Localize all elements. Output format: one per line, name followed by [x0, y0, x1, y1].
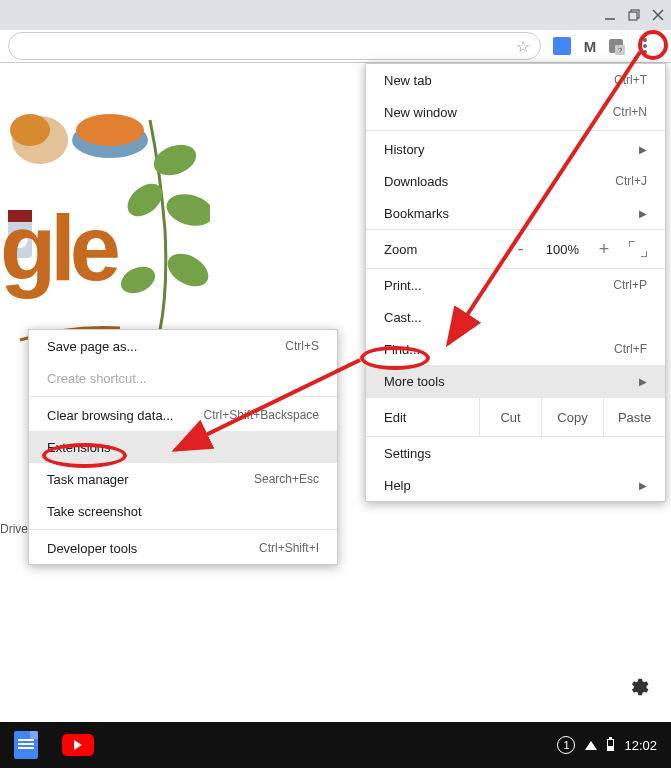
zoom-value: 100% [546, 242, 579, 257]
google-doodle[interactable]: gle [0, 80, 200, 320]
svg-point-19 [117, 262, 160, 299]
chrome-main-menu: New tab Ctrl+T New window Ctrl+N History… [365, 63, 666, 502]
svg-rect-2 [629, 12, 637, 20]
menu-newtab[interactable]: New tab Ctrl+T [366, 64, 665, 96]
clock-time[interactable]: 12:02 [624, 738, 657, 753]
menu-label: Developer tools [47, 541, 137, 556]
svg-point-15 [150, 139, 201, 180]
submenu-arrow-icon: ▶ [639, 480, 647, 491]
menu-edit: Edit Cut Copy Paste [366, 397, 665, 437]
menu-bookmarks[interactable]: Bookmarks ▶ [366, 197, 665, 229]
menu-find[interactable]: Find... Ctrl+F [366, 333, 665, 365]
menu-shortcut: Ctrl+S [285, 339, 319, 353]
menu-label: More tools [384, 374, 445, 389]
menu-label: History [384, 142, 424, 157]
menu-shortcut: Ctrl+Shift+Backspace [204, 408, 319, 422]
more-menu-icon[interactable] [633, 34, 657, 58]
menu-shortcut: Ctrl+T [614, 73, 647, 87]
menu-shortcut: Ctrl+Shift+I [259, 541, 319, 555]
drive-label: Drive [0, 522, 28, 536]
menu-shortcut: Ctrl+N [613, 105, 647, 119]
menu-cast[interactable]: Cast... [366, 301, 665, 333]
edit-paste-button[interactable]: Paste [603, 398, 665, 436]
minimize-icon[interactable] [603, 8, 617, 22]
menu-label: Print... [384, 278, 422, 293]
svg-point-11 [10, 114, 50, 146]
menu-label: Settings [384, 446, 431, 461]
submenu-screenshot[interactable]: Take screenshot [29, 495, 337, 527]
menu-newwindow[interactable]: New window Ctrl+N [366, 96, 665, 128]
google-docs-icon[interactable] [14, 731, 38, 759]
menu-label: Bookmarks [384, 206, 449, 221]
tab-count-badge[interactable]: 1 [557, 736, 575, 754]
submenu-extensions[interactable]: Extensions [29, 431, 337, 463]
help-square-icon[interactable] [609, 39, 623, 53]
menu-separator [29, 529, 337, 530]
menu-shortcut: Search+Esc [254, 472, 319, 486]
submenu-taskmanager[interactable]: Task manager Search+Esc [29, 463, 337, 495]
menu-label: Clear browsing data... [47, 408, 173, 423]
menu-label: Extensions [47, 440, 111, 455]
menu-label: Task manager [47, 472, 129, 487]
menu-label: New window [384, 105, 457, 120]
submenu-createshortcut: Create shortcut... [29, 362, 337, 394]
svg-point-6 [643, 44, 647, 48]
menu-zoom: Zoom - 100% + [366, 229, 665, 269]
menu-label: Take screenshot [47, 504, 142, 519]
menu-history[interactable]: History ▶ [366, 133, 665, 165]
gmail-icon[interactable]: M [581, 37, 599, 55]
youtube-icon[interactable] [62, 734, 94, 756]
menu-label: Create shortcut... [47, 371, 147, 386]
window-titlebar [0, 0, 671, 30]
url-bar[interactable]: ☆ [8, 32, 541, 60]
svg-point-16 [163, 189, 210, 230]
svg-point-18 [162, 247, 210, 293]
browser-toolbar: ☆ M [0, 30, 671, 63]
more-tools-submenu: Save page as... Ctrl+S Create shortcut..… [28, 329, 338, 565]
taskbar: 1 12:02 [0, 722, 671, 768]
close-icon[interactable] [651, 8, 665, 22]
wifi-icon[interactable] [585, 738, 597, 753]
menu-moretools[interactable]: More tools ▶ [366, 365, 665, 397]
menu-shortcut: Ctrl+F [614, 342, 647, 356]
edit-cut-button[interactable]: Cut [479, 398, 541, 436]
menu-print[interactable]: Print... Ctrl+P [366, 269, 665, 301]
menu-label: Help [384, 478, 411, 493]
menu-shortcut: Ctrl+P [613, 278, 647, 292]
menu-shortcut: Ctrl+J [615, 174, 647, 188]
menu-label: Cast... [384, 310, 422, 325]
edit-label: Edit [384, 410, 479, 425]
submenu-devtools[interactable]: Developer tools Ctrl+Shift+I [29, 532, 337, 564]
menu-separator [366, 130, 665, 131]
bookmark-star-icon[interactable]: ☆ [516, 37, 530, 56]
translate-icon[interactable] [553, 37, 571, 55]
submenu-arrow-icon: ▶ [639, 144, 647, 155]
fullscreen-icon[interactable] [629, 241, 647, 257]
svg-text:gle: gle [0, 197, 119, 299]
edit-copy-button[interactable]: Copy [541, 398, 603, 436]
submenu-clearbrowsing[interactable]: Clear browsing data... Ctrl+Shift+Backsp… [29, 399, 337, 431]
battery-icon[interactable] [607, 739, 614, 751]
menu-settings[interactable]: Settings [366, 437, 665, 469]
submenu-arrow-icon: ▶ [639, 376, 647, 387]
menu-label: Save page as... [47, 339, 137, 354]
menu-label: Downloads [384, 174, 448, 189]
menu-downloads[interactable]: Downloads Ctrl+J [366, 165, 665, 197]
zoom-in-button[interactable]: + [593, 239, 615, 260]
svg-point-9 [76, 114, 144, 146]
menu-separator [29, 396, 337, 397]
settings-gear-icon[interactable] [627, 676, 649, 698]
menu-label: Find... [384, 342, 420, 357]
svg-point-5 [643, 38, 647, 42]
submenu-arrow-icon: ▶ [639, 208, 647, 219]
menu-help[interactable]: Help ▶ [366, 469, 665, 501]
menu-label: New tab [384, 73, 432, 88]
zoom-label: Zoom [384, 242, 417, 257]
zoom-out-button[interactable]: - [510, 239, 532, 260]
svg-point-7 [643, 50, 647, 54]
maximize-icon[interactable] [627, 8, 641, 22]
submenu-savepage[interactable]: Save page as... Ctrl+S [29, 330, 337, 362]
